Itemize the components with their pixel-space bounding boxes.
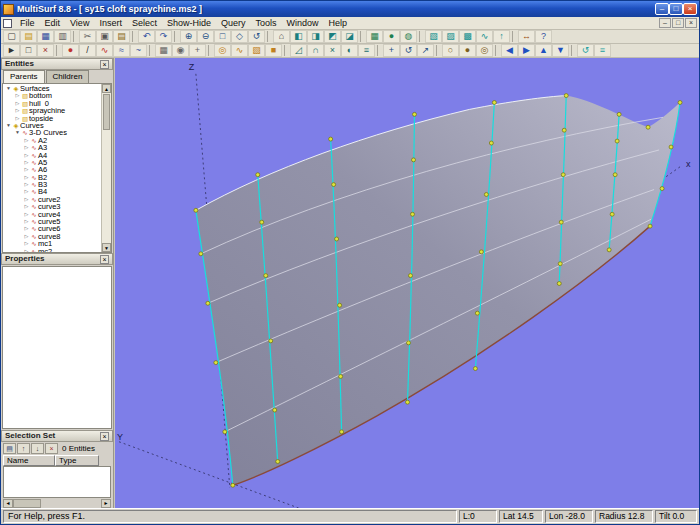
select-pointer-icon[interactable]: ► — [3, 44, 20, 57]
curvature-display-icon[interactable]: ∿ — [476, 30, 493, 43]
menu-item[interactable]: Tools — [250, 18, 281, 29]
expander-icon[interactable]: ▷ — [14, 115, 21, 122]
tree-item-hull_0[interactable]: ▷ ▧ hull_0 — [3, 100, 101, 107]
orbit-down-icon[interactable]: ▼ — [552, 44, 569, 57]
show-entity-icon[interactable]: ● — [459, 44, 476, 57]
deselect-all-icon[interactable]: × — [37, 44, 54, 57]
mdi-close-button[interactable]: × — [685, 18, 697, 28]
surface-shade-icon[interactable]: ▩ — [459, 30, 476, 43]
trim-tool-icon[interactable]: ◿ — [290, 44, 307, 57]
polyline-tool-icon[interactable]: ∿ — [96, 44, 113, 57]
cut-icon[interactable]: ✂ — [79, 30, 96, 43]
scroll-right-icon[interactable]: ► — [101, 499, 111, 508]
maximize-button[interactable]: □ — [669, 3, 683, 15]
expander-icon[interactable]: ▷ — [23, 233, 30, 240]
tree-item-A4[interactable]: ▷ ∿ A4 — [3, 152, 101, 159]
tree-item-surfaces[interactable]: ▼ ◈ Surfaces — [3, 85, 101, 92]
orbit-left-icon[interactable]: ◀ — [501, 44, 518, 57]
menu-item[interactable]: Query — [216, 18, 251, 29]
tree-item-A2[interactable]: ▷ ∿ A2 — [3, 137, 101, 144]
rotate-tool-icon[interactable]: ↺ — [400, 44, 417, 57]
measure-icon[interactable]: ↔ — [518, 30, 535, 43]
surface-lines-icon[interactable]: ▧ — [425, 30, 442, 43]
snap-grid-icon[interactable]: ▦ — [155, 44, 172, 57]
bspline-tool-icon[interactable]: ≈ — [113, 44, 130, 57]
scroll-down-icon[interactable]: ▼ — [102, 243, 111, 252]
expander-icon[interactable]: ▷ — [23, 181, 30, 188]
expander-icon[interactable]: ▷ — [23, 218, 30, 225]
tree-item-A5[interactable]: ▷ ∿ A5 — [3, 159, 101, 166]
mdi-minimize-button[interactable]: – — [659, 18, 671, 28]
select-region-icon[interactable]: □ — [20, 44, 37, 57]
help-icon[interactable]: ? — [535, 30, 552, 43]
view-side-icon[interactable]: ◨ — [307, 30, 324, 43]
render-mode-icon[interactable]: ◍ — [400, 30, 417, 43]
offset-tool-icon[interactable]: ≡ — [358, 44, 375, 57]
point-tool-icon[interactable]: ● — [62, 44, 79, 57]
tree-item-B2[interactable]: ▷ ∿ B2 — [3, 174, 101, 181]
join-tool-icon[interactable]: ∩ — [307, 44, 324, 57]
scroll-up-icon[interactable]: ▲ — [102, 84, 111, 93]
close-icon[interactable]: × — [100, 432, 109, 441]
expander-icon[interactable]: ▷ — [23, 203, 30, 210]
refresh-view-icon[interactable]: ↺ — [577, 44, 594, 57]
conic-tool-icon[interactable]: ~ — [130, 44, 147, 57]
snap-point-icon[interactable]: ◉ — [172, 44, 189, 57]
tab-children[interactable]: Children — [46, 70, 90, 83]
expander-icon[interactable]: ▷ — [14, 92, 21, 99]
insert-curve-icon[interactable]: ∿ — [231, 44, 248, 57]
menu-item[interactable]: Insert — [94, 18, 127, 29]
expander-icon[interactable]: ▷ — [23, 211, 30, 218]
tree-item-topside[interactable]: ▷ ▧ topside — [3, 115, 101, 122]
zoom-fit-icon[interactable]: ◇ — [231, 30, 248, 43]
line-tool-icon[interactable]: / — [79, 44, 96, 57]
tree-item-curve4[interactable]: ▷ ∿ curve4 — [3, 211, 101, 218]
expander-icon[interactable]: ▷ — [23, 248, 30, 252]
snap-intersection-icon[interactable]: + — [189, 44, 206, 57]
tab-parents[interactable]: Parents — [3, 70, 45, 83]
tree-item-A6[interactable]: ▷ ∿ A6 — [3, 166, 101, 173]
menu-item[interactable]: Window — [281, 18, 323, 29]
expander-icon[interactable]: ▼ — [14, 129, 21, 136]
move-tool-icon[interactable]: + — [383, 44, 400, 57]
undo-icon[interactable]: ↶ — [138, 30, 155, 43]
view-iso-icon[interactable]: ◪ — [341, 30, 358, 43]
insert-surface-icon[interactable]: ▧ — [248, 44, 265, 57]
hull-surface[interactable] — [196, 96, 680, 486]
zoom-out-icon[interactable]: ⊖ — [197, 30, 214, 43]
expander-icon[interactable]: ▷ — [23, 174, 30, 181]
new-file-icon[interactable]: ▢ — [3, 30, 20, 43]
move-up-icon[interactable]: ↑ — [17, 443, 30, 454]
tree-item-curves[interactable]: ▼ ◈ Curves — [3, 122, 101, 129]
view-front-icon[interactable]: ◧ — [290, 30, 307, 43]
menu-item[interactable]: Edit — [40, 18, 66, 29]
tree-item-bottom[interactable]: ▷ ▧ bottom — [3, 92, 101, 99]
expander-icon[interactable]: ▷ — [14, 107, 21, 114]
tree-item-curve5[interactable]: ▷ ∿ curve5 — [3, 218, 101, 225]
viewport-3d[interactable]: Z x Y — [115, 58, 699, 508]
insert-point-icon[interactable]: ◎ — [214, 44, 231, 57]
expander-icon[interactable]: ▷ — [14, 100, 21, 107]
show-all-icon[interactable]: ◎ — [476, 44, 493, 57]
list-view-icon[interactable]: ▤ — [3, 443, 16, 454]
column-name[interactable]: Name — [3, 455, 55, 466]
scale-tool-icon[interactable]: ↗ — [417, 44, 434, 57]
expander-icon[interactable]: ▼ — [5, 122, 12, 129]
expander-icon[interactable]: ▼ — [5, 85, 12, 92]
zoom-in-icon[interactable]: ⊕ — [180, 30, 197, 43]
display-options-icon[interactable]: ≡ — [594, 44, 611, 57]
tree-item-curve8[interactable]: ▷ ∿ curve8 — [3, 233, 101, 240]
mirror-tool-icon[interactable]: ◐ — [341, 44, 358, 57]
selection-hscrollbar[interactable]: ◄ ► — [1, 498, 113, 508]
expander-icon[interactable]: ▷ — [23, 152, 30, 159]
shaded-mode-icon[interactable]: ● — [383, 30, 400, 43]
rotate-view-icon[interactable]: ↺ — [248, 30, 265, 43]
move-down-icon[interactable]: ↓ — [31, 443, 44, 454]
hide-entity-icon[interactable]: ○ — [442, 44, 459, 57]
scroll-thumb[interactable] — [103, 94, 110, 130]
open-folder-icon[interactable]: ▤ — [20, 30, 37, 43]
remove-from-set-icon[interactable]: × — [45, 443, 58, 454]
tree-item-curve6[interactable]: ▷ ∿ curve6 — [3, 225, 101, 232]
expander-icon[interactable]: ▷ — [23, 240, 30, 247]
close-icon[interactable]: × — [100, 60, 109, 69]
